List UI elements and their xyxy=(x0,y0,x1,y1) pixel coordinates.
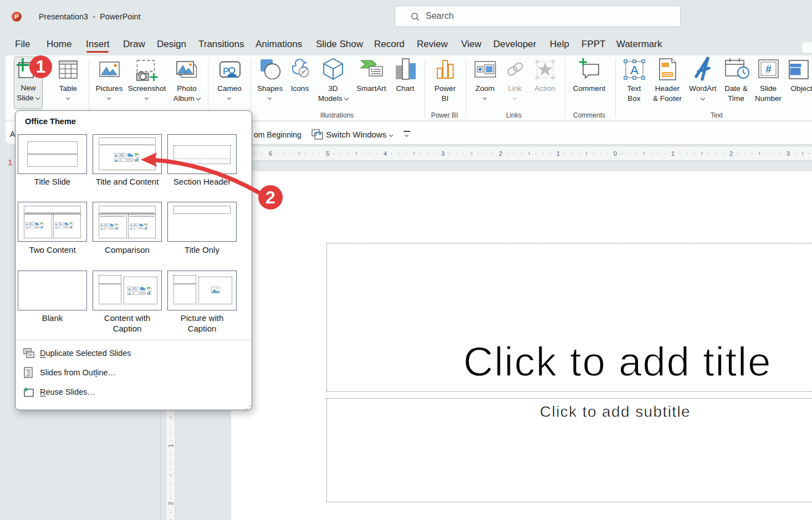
svg-text:#: # xyxy=(765,63,772,75)
svg-text:A: A xyxy=(630,63,639,77)
